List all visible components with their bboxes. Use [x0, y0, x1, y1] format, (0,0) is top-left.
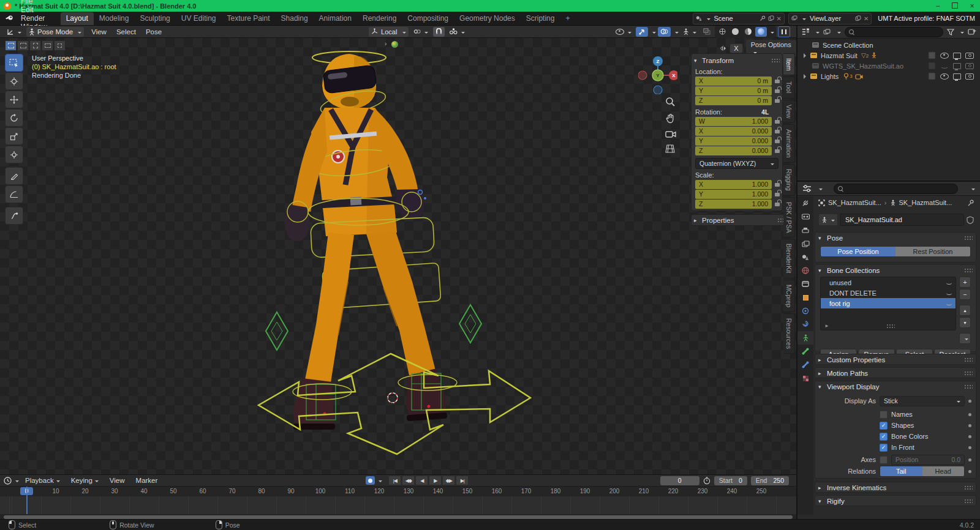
overlays-toggle[interactable]	[658, 27, 671, 37]
outliner-row-lights[interactable]: Lights 3	[797, 71, 980, 81]
lock-icon[interactable]	[775, 89, 780, 93]
auto-keying-button[interactable]	[366, 476, 375, 485]
properties-editor-icon[interactable]	[802, 185, 812, 192]
select-mode-set[interactable]	[5, 40, 17, 51]
filter-funnel-icon[interactable]	[947, 29, 954, 35]
auto-keying-dropdown[interactable]	[376, 477, 382, 484]
workspace-tab[interactable]: Texture Paint	[222, 12, 276, 25]
minimize-button[interactable]: −	[933, 2, 942, 10]
tool-settings-collapse-arrow[interactable]: ›	[385, 40, 386, 47]
rotation-field[interactable]: Y0.000	[695, 136, 772, 146]
app-menu-icon[interactable]	[5, 14, 13, 23]
tool-cursor[interactable]	[5, 72, 23, 90]
location-field[interactable]: Y0 m	[695, 86, 772, 95]
tool-rotate[interactable]	[5, 109, 23, 127]
camera-view-icon[interactable]	[665, 130, 676, 138]
start-frame-field[interactable]: Start0	[714, 476, 747, 485]
checkbox[interactable]	[880, 411, 888, 419]
viewport-menu[interactable]: View	[86, 28, 111, 35]
animate-dot[interactable]	[968, 435, 971, 438]
rotation-field[interactable]: X0.000	[695, 127, 772, 136]
animate-dot[interactable]	[968, 470, 971, 473]
tab-object[interactable]	[797, 291, 813, 304]
editor-type-dropdown[interactable]	[816, 185, 823, 192]
timeline-track-area[interactable]	[0, 496, 796, 514]
unlink-icon[interactable]: ✕	[864, 15, 869, 22]
custom-properties-panel[interactable]: ▸ Custom Properties	[815, 354, 976, 365]
select-mode-intersect[interactable]	[54, 40, 66, 51]
lock-icon[interactable]	[775, 80, 780, 83]
tool-pose-breakdowner[interactable]	[5, 207, 23, 225]
outliner-search-input[interactable]	[845, 27, 943, 37]
stopwatch-icon[interactable]	[703, 477, 710, 485]
timeline-ruler[interactable]: 0 10203040506070809010011012013014015016…	[0, 486, 796, 496]
checkbox[interactable]	[880, 422, 888, 430]
properties-options-dropdown[interactable]	[969, 185, 975, 192]
panel-grip[interactable]	[964, 485, 973, 490]
workspace-tab[interactable]: Rendering	[357, 12, 402, 25]
fake-user-shield-icon[interactable]	[967, 216, 974, 224]
add-collection-button[interactable]: +	[959, 277, 971, 288]
workspace-tab[interactable]: Shading	[276, 12, 314, 25]
rotation-field[interactable]: W1.000	[695, 117, 772, 126]
workspace-tab[interactable]: Sculpting	[134, 12, 175, 25]
remove-collection-button[interactable]: −	[959, 289, 971, 300]
n-panel-tab[interactable]: Rigging	[783, 164, 795, 196]
current-frame-field[interactable]: 0	[660, 476, 699, 485]
tab-world[interactable]	[797, 264, 813, 277]
inverse-kinematics-panel[interactable]: ▸ Inverse Kinematics	[815, 482, 976, 493]
viewport-disable-icon[interactable]	[953, 73, 961, 80]
hide-eye-icon[interactable]	[940, 73, 949, 80]
axes-checkbox[interactable]	[880, 456, 888, 464]
workspace-tab[interactable]: UV Editing	[176, 12, 222, 25]
workspace-tab[interactable]: Modeling	[94, 12, 135, 25]
hide-eye-icon[interactable]	[940, 53, 949, 59]
workspace-tab[interactable]: Layout	[61, 12, 94, 25]
checkbox[interactable]	[880, 444, 888, 452]
outliner-display-mode-dropdown[interactable]	[813, 28, 820, 35]
panel-grip[interactable]	[964, 268, 973, 273]
motion-paths-panel[interactable]: ▸ Motion Paths	[815, 367, 976, 378]
outliner-row-scene-collection[interactable]: Scene Collection	[797, 40, 980, 50]
rigify-panel[interactable]: ▾ Rigify	[815, 495, 976, 506]
hazmat-character[interactable]	[233, 48, 564, 474]
transport-button[interactable]: ▶|	[456, 476, 469, 485]
menubar-menu[interactable]: File	[16, 0, 52, 6]
outliner-row-wgts[interactable]: WGTS_SK_HazmatSuit.ao	[797, 61, 980, 71]
tool-scale[interactable]	[5, 127, 23, 145]
scale-field[interactable]: X1.000	[695, 180, 772, 189]
expand-arrow-icon[interactable]	[804, 74, 809, 79]
viewlayer-name[interactable]: ViewLayer	[810, 15, 853, 22]
tab-view-layer[interactable]	[797, 237, 813, 250]
end-frame-field[interactable]: End250	[751, 476, 789, 485]
new-collection-icon[interactable]	[968, 28, 976, 35]
mirror-x-button[interactable]: X	[729, 43, 742, 53]
viewlayer-selector[interactable]: ViewLayer ✕	[788, 13, 872, 24]
datablock-name-field[interactable]: SK_HazmatSuit.ad	[840, 214, 964, 226]
animate-dot[interactable]	[968, 413, 971, 416]
transport-button[interactable]: ◀	[415, 476, 428, 485]
playhead[interactable]	[26, 487, 28, 514]
unlink-icon[interactable]: ✕	[777, 15, 782, 22]
pose-position-button[interactable]: Pose Position	[821, 247, 895, 256]
lock-icon[interactable]	[775, 193, 780, 196]
rest-position-button[interactable]: Rest Position	[895, 247, 970, 256]
scene-name[interactable]: Scene	[714, 15, 757, 22]
tab-bone-constraints[interactable]	[797, 358, 813, 371]
pan-hand-icon[interactable]	[665, 113, 676, 124]
visibility-toggle-icon[interactable]	[946, 291, 952, 295]
bone-collection-row[interactable]: DONT DELETE	[821, 288, 956, 298]
n-panel-tab[interactable]: View	[783, 100, 795, 124]
animate-dot[interactable]	[968, 446, 971, 449]
tool-annotate[interactable]	[5, 167, 23, 185]
viewport-display-header[interactable]: ▾ Viewport Display	[815, 381, 976, 392]
pose-panel-header[interactable]: ▾ Pose	[815, 233, 976, 243]
tab-bone[interactable]	[797, 345, 813, 358]
location-field[interactable]: X0 m	[695, 77, 772, 86]
pause-render-button[interactable]	[778, 26, 790, 37]
rig-pole-targets[interactable]	[266, 305, 481, 350]
left-glove[interactable]	[285, 204, 310, 241]
n-panel-tab[interactable]: MCprep	[783, 280, 795, 312]
animate-dot[interactable]	[968, 458, 971, 461]
close-button[interactable]: ×	[968, 2, 976, 10]
